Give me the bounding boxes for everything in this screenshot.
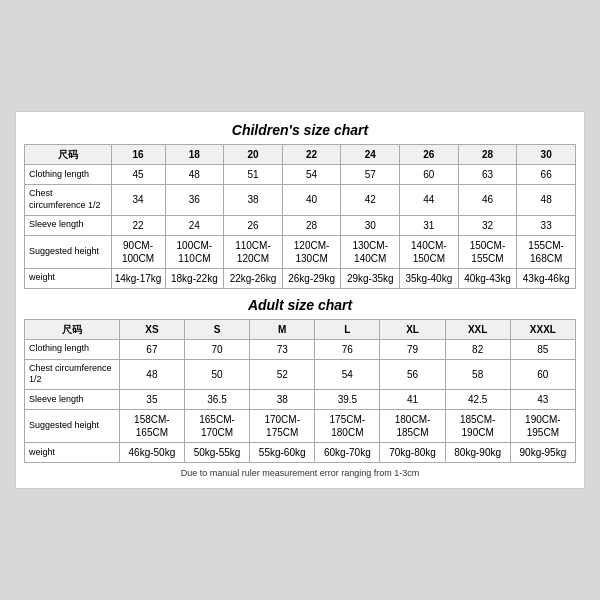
cell-value: 60 [400,165,459,185]
cell-value: 51 [224,165,283,185]
cell-value: 66 [517,165,576,185]
cell-value: 56 [380,359,445,389]
cell-value: 38 [224,185,283,215]
cell-value: 60 [510,359,575,389]
row-label: Clothing length [25,165,112,185]
cell-value: 43 [510,389,575,409]
cell-value: 43kg-46kg [517,268,576,288]
cell-value: 35 [119,389,184,409]
table-row: Chest circumference 1/23436384042444648 [25,185,576,215]
cell-value: 50 [184,359,249,389]
cell-value: 85 [510,339,575,359]
table-row: Clothing length4548515457606366 [25,165,576,185]
cell-value: 79 [380,339,445,359]
cell-value: 40 [282,185,341,215]
cell-value: 180CM-185CM [380,409,445,442]
column-header: S [184,319,249,339]
cell-value: 34 [111,185,165,215]
cell-value: 48 [119,359,184,389]
cell-value: 41 [380,389,445,409]
row-label: Suggested height [25,409,120,442]
column-header: 30 [517,145,576,165]
cell-value: 35kg-40kg [400,268,459,288]
cell-value: 14kg-17kg [111,268,165,288]
table-row: Chest circumference 1/248505254565860 [25,359,576,389]
cell-value: 29kg-35kg [341,268,400,288]
cell-value: 26 [224,215,283,235]
row-label: weight [25,442,120,462]
cell-value: 58 [445,359,510,389]
cell-value: 90CM-100CM [111,235,165,268]
cell-value: 26kg-29kg [282,268,341,288]
column-header: XL [380,319,445,339]
cell-value: 54 [282,165,341,185]
cell-value: 158CM-165CM [119,409,184,442]
cell-value: 55kg-60kg [250,442,315,462]
footer-note: Due to manual ruler measurement error ra… [24,468,576,478]
cell-value: 100CM-110CM [165,235,224,268]
row-label: Chest circumference 1/2 [25,185,112,215]
column-header: 16 [111,145,165,165]
cell-value: 63 [458,165,517,185]
cell-value: 38 [250,389,315,409]
column-header: 24 [341,145,400,165]
column-header: 尺码 [25,145,112,165]
column-header: 20 [224,145,283,165]
row-label: Clothing length [25,339,120,359]
row-label: Sleeve length [25,389,120,409]
table-row: weight14kg-17kg18kg-22kg22kg-26kg26kg-29… [25,268,576,288]
cell-value: 50kg-55kg [184,442,249,462]
cell-value: 110CM-120CM [224,235,283,268]
column-header: XXXL [510,319,575,339]
cell-value: 175CM-180CM [315,409,380,442]
column-header: 26 [400,145,459,165]
column-header: M [250,319,315,339]
cell-value: 150CM-155CM [458,235,517,268]
cell-value: 90kg-95kg [510,442,575,462]
cell-value: 60kg-70kg [315,442,380,462]
cell-value: 33 [517,215,576,235]
column-header: L [315,319,380,339]
cell-value: 54 [315,359,380,389]
cell-value: 70 [184,339,249,359]
cell-value: 67 [119,339,184,359]
cell-value: 42.5 [445,389,510,409]
cell-value: 46 [458,185,517,215]
table-row: Suggested height90CM-100CM100CM-110CM110… [25,235,576,268]
row-label: weight [25,268,112,288]
cell-value: 39.5 [315,389,380,409]
cell-value: 73 [250,339,315,359]
cell-value: 42 [341,185,400,215]
cell-value: 30 [341,215,400,235]
column-header: XXL [445,319,510,339]
column-header: 尺码 [25,319,120,339]
cell-value: 44 [400,185,459,215]
column-header: XS [119,319,184,339]
cell-value: 130CM-140CM [341,235,400,268]
cell-value: 32 [458,215,517,235]
cell-value: 36.5 [184,389,249,409]
cell-value: 82 [445,339,510,359]
cell-value: 48 [165,165,224,185]
cell-value: 120CM-130CM [282,235,341,268]
cell-value: 76 [315,339,380,359]
column-header: 28 [458,145,517,165]
cell-value: 46kg-50kg [119,442,184,462]
cell-value: 57 [341,165,400,185]
table-row: Sleeve length3536.53839.54142.543 [25,389,576,409]
table-row: weight46kg-50kg50kg-55kg55kg-60kg60kg-70… [25,442,576,462]
cell-value: 28 [282,215,341,235]
cell-value: 170CM-175CM [250,409,315,442]
cell-value: 155CM-168CM [517,235,576,268]
cell-value: 48 [517,185,576,215]
table-row: Clothing length67707376798285 [25,339,576,359]
children-size-table: 尺码1618202224262830Clothing length4548515… [24,144,576,288]
cell-value: 24 [165,215,224,235]
column-header: 18 [165,145,224,165]
cell-value: 185CM-190CM [445,409,510,442]
row-label: Sleeve length [25,215,112,235]
cell-value: 45 [111,165,165,185]
cell-value: 80kg-90kg [445,442,510,462]
children-chart-title: Children's size chart [24,122,576,138]
column-header: 22 [282,145,341,165]
